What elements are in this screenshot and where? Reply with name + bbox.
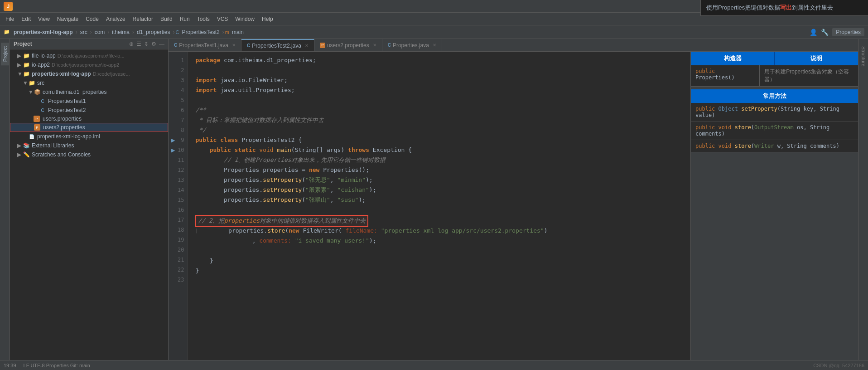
constructor-row: public Properties() 用于构建Properties集合对象（空… bbox=[691, 65, 858, 87]
close-tab-users2[interactable]: ✕ bbox=[373, 43, 376, 48]
code-line-18: | properties.store(new FileWriter( fileN… bbox=[195, 226, 683, 236]
method-item-1: public Object setProperty(String key, St… bbox=[691, 103, 858, 122]
breadcrumb-com[interactable]: com bbox=[93, 28, 107, 36]
right-panel-header: 构造器 说明 bbox=[691, 52, 858, 65]
menu-refactor[interactable]: Refactor bbox=[129, 15, 157, 23]
tab-prop-java[interactable]: C Properties.java ✕ bbox=[382, 39, 442, 51]
breadcrumb-project[interactable]: properties-xml-log-app bbox=[12, 28, 75, 36]
code-line-4: import java.util.Properties; bbox=[195, 85, 683, 95]
close-tab-pt1[interactable]: ✕ bbox=[232, 43, 236, 48]
menu-vcs[interactable]: VCS bbox=[213, 15, 232, 23]
code-line-21: } bbox=[195, 256, 683, 266]
code-line-7: * 目标：掌握把键值对数据存入到属性文件中去 bbox=[195, 115, 683, 125]
gutter: ▶ ▶ bbox=[169, 52, 178, 360]
constructor-desc: 用于构建Properties集合对象（空容器） bbox=[760, 65, 858, 86]
breadcrumb-method[interactable]: main bbox=[230, 28, 246, 36]
run-config[interactable]: Properties bbox=[832, 28, 864, 36]
settings-gear-icon[interactable]: ⚙ bbox=[151, 41, 156, 47]
tree-item-io-app2[interactable]: ▶ 📁 io-app2 D:\code\javasepromax\io-app2 bbox=[10, 60, 168, 69]
tab-pt2[interactable]: C PropertiesTest2.java ✕ bbox=[241, 39, 314, 51]
project-panel-title: Project bbox=[14, 41, 32, 47]
menu-tools[interactable]: Tools bbox=[193, 15, 213, 23]
menu-analyze[interactable]: Analyze bbox=[102, 15, 129, 23]
settings-icon[interactable]: 🔧 bbox=[821, 29, 829, 36]
code-line-16 bbox=[195, 205, 683, 215]
tree-item-users-prop[interactable]: ▶ P users.properties bbox=[10, 115, 168, 123]
project-panel: Project ⊕ ☰ ⇕ ⚙ — ▶ 📁 file-io-app D:\cod… bbox=[10, 39, 169, 360]
tab-pt1[interactable]: C PropertiesTest1.java ✕ bbox=[169, 39, 241, 51]
right-sidebar: Structure bbox=[858, 39, 868, 360]
tree-item-src[interactable]: ▼ 📁 src bbox=[10, 78, 168, 88]
code-line-22: } bbox=[195, 266, 683, 276]
code-line-15: properties.setProperty("张翠山", "susu"); bbox=[195, 195, 683, 205]
scroll-icon[interactable]: ⇕ bbox=[144, 41, 149, 47]
menu-window[interactable]: Window bbox=[231, 15, 258, 23]
method-item-2: public void store(OutputStream os, Strin… bbox=[691, 122, 858, 140]
tree-item-pt2[interactable]: ▶ C PropertiesTest2 bbox=[10, 106, 168, 115]
close-tab-pt2[interactable]: ✕ bbox=[305, 43, 309, 48]
tab-bar: C PropertiesTest1.java ✕ C PropertiesTes… bbox=[169, 39, 858, 52]
code-line-13: properties.setProperty("张无忌", "minmin"); bbox=[195, 175, 683, 185]
code-line-19: , comments: "i saved many users!"); bbox=[195, 236, 683, 246]
code-line-23 bbox=[195, 276, 683, 286]
code-line-5 bbox=[195, 95, 683, 105]
nav-bar: 📁 properties-xml-log-app › src › com › i… bbox=[0, 25, 868, 39]
breadcrumb-class[interactable]: PropertiesTest2 bbox=[180, 28, 221, 36]
tree-item-scratches[interactable]: ▶ ✏️ Scratches and Consoles bbox=[10, 150, 168, 159]
tree-item-package[interactable]: ▼ 📦 com.itheima.d1_properties bbox=[10, 88, 168, 97]
project-tree: ▶ 📁 file-io-app D:\code\javasepromax\fil… bbox=[10, 49, 168, 360]
code-line-6: /** bbox=[195, 105, 683, 115]
app-logo: J bbox=[4, 2, 13, 11]
close-tab-prop-java[interactable]: ✕ bbox=[433, 43, 436, 48]
watermark: CSDN @qq_54277186 bbox=[813, 363, 864, 368]
code-line-17: // 2、把properties对象中的键值对数据存入到属性文件中去 bbox=[195, 215, 368, 225]
right-panel: 构造器 说明 public Properties() 用于构建Propertie… bbox=[690, 52, 858, 360]
menu-build[interactable]: Build bbox=[157, 15, 176, 23]
project-tab[interactable]: Project bbox=[1, 43, 9, 65]
project-toolbar: Project ⊕ ☰ ⇕ ⚙ — bbox=[10, 39, 168, 49]
menu-view[interactable]: View bbox=[34, 15, 53, 23]
run-arrow-10[interactable]: ▶ bbox=[171, 147, 175, 153]
menu-help[interactable]: Help bbox=[258, 15, 277, 23]
minimize-icon[interactable]: — bbox=[159, 41, 164, 47]
code-editor[interactable]: ▶ ▶ bbox=[169, 52, 690, 360]
breadcrumb-d1[interactable]: d1_properties bbox=[135, 28, 172, 36]
menu-code[interactable]: Code bbox=[82, 15, 102, 23]
git-icon[interactable]: 👤 bbox=[810, 29, 817, 36]
code-line-2 bbox=[195, 65, 683, 75]
code-line-12: Properties properties = new Properties()… bbox=[195, 165, 683, 175]
code-line-20 bbox=[195, 246, 683, 256]
code-line-8: */ bbox=[195, 125, 683, 135]
list-icon[interactable]: ☰ bbox=[136, 41, 141, 47]
tree-item-pt1[interactable]: ▶ C PropertiesTest1 bbox=[10, 97, 168, 106]
breadcrumb-src[interactable]: src bbox=[78, 28, 89, 36]
tab-users2[interactable]: P users2.properties ✕ bbox=[314, 39, 382, 51]
code-line-11: // 1、创建Properties对象出来，先用它存储一些键对数据 bbox=[195, 155, 683, 165]
menu-navigate[interactable]: Navigate bbox=[53, 15, 82, 23]
constructor-signature: public Properties() bbox=[691, 65, 760, 86]
structure-tab[interactable]: Structure bbox=[859, 43, 868, 70]
breadcrumb-itheima[interactable]: itheima bbox=[110, 28, 131, 36]
line-numbers: 1 2 3 4 5 6 7 8 9 10 11 12 13 14 bbox=[178, 52, 188, 360]
left-sidebar: Project bbox=[0, 39, 10, 360]
code-line-14: properties.setProperty("殷素素", "cuishan")… bbox=[195, 185, 683, 195]
tree-item-file-io-app[interactable]: ▶ 📁 file-io-app D:\code\javasepromax\fil… bbox=[10, 51, 168, 60]
constructor-header: 构造器 bbox=[691, 52, 775, 65]
tree-item-iml[interactable]: ▶ 📄 properties-xml-log-app.iml bbox=[10, 132, 168, 141]
menu-file[interactable]: File bbox=[2, 15, 18, 23]
code-content[interactable]: package com.itheima.d1_properties; impor… bbox=[188, 52, 690, 360]
run-arrow-9[interactable]: ▶ bbox=[171, 137, 175, 143]
code-line-9: public class PropertiesTest2 { bbox=[195, 135, 683, 145]
menu-run[interactable]: Run bbox=[176, 15, 193, 23]
methods-header: 常用方法 bbox=[691, 89, 858, 103]
add-icon[interactable]: ⊕ bbox=[129, 41, 134, 47]
menu-edit[interactable]: Edit bbox=[18, 15, 34, 23]
tree-item-ext-libs[interactable]: ▶ 📚 External Libraries bbox=[10, 141, 168, 150]
scratches-label: Scratches and Consoles bbox=[32, 151, 91, 158]
method-item-3: public void store(Writer w, String comme… bbox=[691, 140, 858, 152]
description-header: 说明 bbox=[775, 52, 858, 65]
bottom-bar: 19:39 LF UTF-8 Properties Git: main CSDN… bbox=[0, 360, 868, 370]
code-line-3: import java.io.FileWriter; bbox=[195, 75, 683, 85]
tree-item-users2-prop[interactable]: ▶ P users2.properties bbox=[10, 123, 168, 132]
tree-item-main-app[interactable]: ▼ 📁 properties-xml-log-app D:\code\javas… bbox=[10, 69, 168, 78]
